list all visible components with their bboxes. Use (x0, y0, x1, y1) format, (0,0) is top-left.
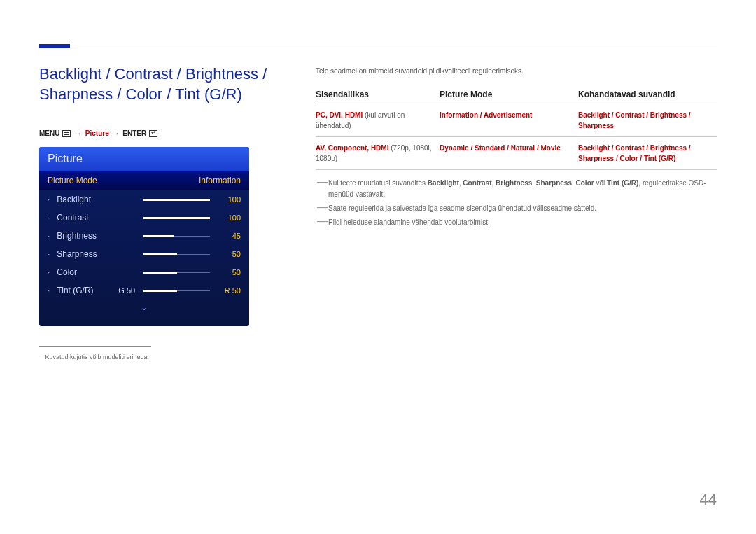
bullet-icon: · (48, 249, 50, 259)
top-rule (39, 48, 717, 48)
arrow-icon: → (75, 129, 82, 137)
intro-text: Teie seadmel on mitmeid suvandeid pildik… (316, 67, 524, 75)
osd-panel: Picture Picture Mode Information · Backl… (39, 147, 249, 326)
options-red: Backlight / Contrast / Brightness / Shar… (578, 111, 691, 129)
row-label: Tint (G/R) (57, 286, 113, 295)
mode-red: Information / Advertisement (440, 111, 532, 119)
options-table: Sisendallikas Picture Mode Kohandatavad … (316, 90, 717, 170)
note-3: ― Pildi heleduse alandamine vähendab voo… (316, 217, 717, 228)
arrow-icon: → (112, 129, 119, 137)
cell-source: AV, Component, HDMI (720p, 1080i, 1080p) (316, 143, 440, 164)
osd-header: Picture (39, 147, 249, 171)
dash-icon: ― (317, 203, 328, 211)
row-value: 100 (216, 195, 241, 204)
menu-icon (62, 130, 71, 137)
row-value: 50 (216, 268, 241, 276)
row-label: Brightness (57, 231, 113, 241)
cell-options: Backlight / Contrast / Brightness / Shar… (578, 143, 717, 164)
osd-row-brightness[interactable]: · Brightness 45 (39, 227, 249, 245)
source-red: AV, Component, HDMI (316, 144, 388, 152)
osd-selected-row[interactable]: Picture Mode Information (39, 171, 249, 190)
row-label: Color (57, 267, 113, 277)
osd-row-tint[interactable]: · Tint (G/R) G 50 R 50 (39, 281, 249, 300)
note-text: Pildi heleduse alandamine vähendab voolu… (328, 218, 490, 226)
note-text: Saate reguleerida ja salvestada iga sead… (328, 204, 596, 212)
bullet-icon: · (48, 213, 50, 223)
bold: Backlight (428, 179, 459, 187)
footnote-text: Kuvatud kujutis võib mudeliti erineda. (46, 353, 150, 360)
table-row: PC, DVI, HDMI (kui arvuti on ühendatud) … (316, 104, 717, 137)
osd-row-contrast[interactable]: · Contrast 100 (39, 209, 249, 227)
table-header-row: Sisendallikas Picture Mode Kohandatavad … (316, 90, 717, 104)
bullet-icon: · (48, 267, 50, 277)
note-text: Kui teete muudatusi suvandites (328, 179, 428, 187)
enter-label: ENTER (122, 129, 146, 137)
slider[interactable] (144, 199, 210, 200)
page-title: Backlight / Contrast / Brightness / Shar… (39, 64, 291, 104)
slider[interactable] (144, 272, 210, 273)
chevron-down-icon[interactable]: ⌄ (39, 300, 249, 312)
row-value: 100 (216, 213, 241, 222)
bold: Contrast (463, 179, 491, 187)
bold: Tint (G/R) (607, 179, 638, 187)
note-2: ― Saate reguleerida ja salvestada iga se… (316, 203, 717, 214)
cell-options: Backlight / Contrast / Brightness / Shar… (578, 110, 717, 131)
osd-row-color[interactable]: · Color 50 (39, 263, 249, 281)
bold: Sharpness (536, 179, 572, 187)
source-red: PC, DVI, HDMI (316, 111, 363, 119)
notes-block: ― Kui teete muudatusi suvandites Backlig… (316, 178, 717, 231)
dash-icon: ― (317, 178, 328, 186)
row-value: 50 (216, 250, 241, 258)
note-text: või (594, 179, 607, 187)
bullet-icon: · (48, 286, 50, 295)
top-accent (39, 44, 70, 48)
bullet-icon: · (48, 195, 50, 204)
row-label: Backlight (57, 195, 113, 204)
cell-source: PC, DVI, HDMI (kui arvuti on ühendatud) (316, 110, 440, 131)
slider[interactable] (144, 254, 210, 255)
picture-mode-value: Information (199, 176, 241, 185)
cell-mode: Dynamic / Standard / Natural / Movie (440, 143, 578, 164)
mode-red: Dynamic / Standard / Natural / Movie (440, 144, 561, 152)
menu-label: MENU (39, 129, 59, 137)
footnote-rule (39, 346, 151, 347)
cell-mode: Information / Advertisement (440, 110, 578, 131)
bullet-icon: · (48, 231, 50, 241)
enter-icon (149, 130, 158, 137)
row-value: R 50 (216, 286, 241, 295)
page-number: 44 (700, 491, 717, 509)
row-extra: G 50 (118, 286, 138, 295)
slider[interactable] (144, 218, 210, 218)
row-label: Sharpness (57, 249, 113, 259)
th-options: Kohandatavad suvandid (578, 90, 717, 99)
picture-mode-label: Picture Mode (48, 176, 97, 185)
breadcrumb: MENU → Picture → ENTER (39, 129, 158, 137)
options-red: Backlight / Contrast / Brightness / Shar… (578, 144, 691, 162)
row-label: Contrast (57, 213, 113, 223)
osd-row-sharpness[interactable]: · Sharpness 50 (39, 245, 249, 263)
th-source: Sisendallikas (316, 90, 440, 99)
slider[interactable] (144, 236, 210, 237)
bold: Brightness (496, 179, 532, 187)
bold: Color (576, 179, 594, 187)
breadcrumb-picture: Picture (85, 129, 109, 137)
th-picture-mode: Picture Mode (440, 90, 578, 99)
footnote: ― Kuvatud kujutis võib mudeliti erineda. (39, 353, 149, 360)
dash-icon: ― (317, 217, 328, 225)
slider[interactable] (144, 290, 210, 291)
note-1: ― Kui teete muudatusi suvandites Backlig… (316, 178, 717, 200)
osd-row-backlight[interactable]: · Backlight 100 (39, 190, 249, 209)
row-value: 45 (216, 232, 241, 240)
table-row: AV, Component, HDMI (720p, 1080i, 1080p)… (316, 137, 717, 170)
